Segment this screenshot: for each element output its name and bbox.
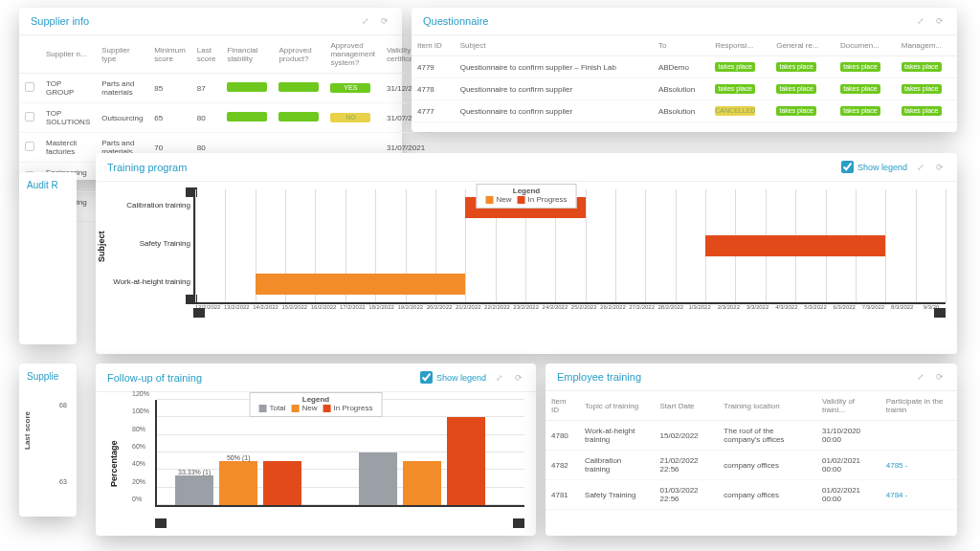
legend-item: In Progress (323, 404, 373, 412)
panel-title: Questionnaire (423, 15, 489, 27)
cell-id: 4779 (412, 56, 455, 78)
show-legend-toggle[interactable]: Show legend (841, 161, 907, 173)
table-row[interactable]: 4780 Work-at-height training 15/02/2022 … (546, 421, 957, 451)
row-checkbox[interactable] (25, 82, 34, 92)
cell-start: 15/02/2022 (655, 421, 719, 451)
table-row[interactable]: 4781 Safety Training 01/03/2022 22:56 co… (546, 480, 957, 510)
table-row[interactable]: 4778 Questionnaire to confirm supplier A… (412, 78, 957, 100)
refresh-icon[interactable]: ⟳ (934, 15, 946, 27)
refresh-icon[interactable]: ⟳ (934, 162, 946, 173)
expand-icon[interactable]: ⤢ (915, 15, 926, 27)
scroll-handle-icon[interactable] (155, 518, 167, 528)
training-program-panel: Training program Show legend ⤢ ⟳ Legend … (96, 153, 957, 354)
column-header[interactable]: Responsi... (709, 35, 770, 56)
x-tick: 27/2/2022 (628, 304, 657, 310)
y-tick: 80% (132, 425, 145, 431)
show-legend-toggle[interactable]: Show legend (420, 371, 486, 384)
chart-legend: Legend NewIn Progress (477, 184, 577, 209)
x-tick: 7/3/2022 (858, 304, 887, 310)
bar[interactable]: 33.33% (1) (175, 475, 213, 505)
y-tick: 63 (59, 478, 67, 485)
employee-training-table: Item IDTopic of trainingStart DateTraini… (546, 391, 957, 510)
bar[interactable] (403, 461, 441, 505)
cell-id: 4777 (412, 100, 455, 122)
y-tick: 60% (132, 443, 145, 450)
status-pill: takes place (902, 84, 942, 94)
column-header[interactable]: Supplier type (96, 35, 148, 74)
scroll-handle-icon[interactable] (934, 308, 946, 318)
cell-validity: 01/02/2021 00:00 (816, 480, 880, 510)
gantt-bar[interactable] (256, 274, 466, 295)
status-pill (227, 82, 267, 92)
expand-icon[interactable]: ⤢ (915, 162, 926, 173)
cell-subject: Questionnaire to confirm supplier – Fini… (455, 56, 653, 78)
column-header[interactable]: Last score (191, 35, 222, 74)
x-tick: 6/3/2022 (830, 304, 858, 310)
table-row[interactable]: TOP SOLUTIONS Outsourcing 65 80 NO 31/07… (19, 103, 432, 133)
column-header[interactable]: Approved product? (273, 35, 324, 74)
status-pill: takes place (776, 106, 816, 116)
column-header[interactable]: Training location (718, 391, 816, 421)
column-header[interactable]: Documen... (835, 35, 896, 56)
bar[interactable] (359, 452, 397, 505)
cell-id: 4781 (546, 480, 579, 510)
questionnaire-table: Item IDSubjectToResponsi...General re...… (412, 35, 957, 122)
cell-participate-link[interactable]: 4785 - (880, 451, 957, 480)
gantt-bar[interactable] (705, 235, 885, 256)
column-header[interactable]: Subject (455, 35, 653, 56)
column-header[interactable]: Financial stability (221, 35, 273, 74)
status-pill: takes place (902, 62, 942, 72)
column-header[interactable]: Item ID (546, 391, 579, 421)
cell-name: TOP SOLUTIONS (40, 103, 96, 133)
column-header[interactable]: Topic of training (579, 391, 654, 421)
column-header[interactable]: Supplier n... (40, 35, 96, 74)
column-header[interactable] (19, 35, 40, 74)
bar[interactable] (447, 417, 485, 505)
column-header[interactable]: Participate in the trainin (880, 391, 957, 421)
panel-title: Employee training (557, 371, 641, 383)
status-pill: takes place (902, 106, 942, 116)
status-pill: CANCELLED (715, 106, 755, 116)
chart-legend: Legend TotalNewIn Progress (250, 392, 383, 417)
refresh-icon[interactable]: ⟳ (513, 372, 524, 384)
x-tick: 15/2/2022 (280, 304, 309, 310)
cell-participate-link[interactable]: 4784 - (880, 480, 957, 510)
scroll-handle-icon[interactable] (513, 518, 524, 528)
cell-topic: Calibration training (579, 451, 654, 480)
legend-title: Legend (483, 187, 570, 195)
column-header[interactable]: Start Date (655, 391, 719, 421)
table-row[interactable]: 4782 Calibration training 21/02/2022 22:… (546, 451, 957, 480)
table-row[interactable]: 4779 Questionnaire to confirm supplier –… (412, 56, 957, 78)
expand-icon[interactable]: ⤢ (360, 15, 371, 27)
bar-data-label: 33.33% (1) (175, 469, 213, 475)
column-header[interactable]: Approved management system? (324, 35, 381, 74)
column-header[interactable]: Validity of traini... (816, 391, 880, 421)
questionnaire-panel: Questionnaire ⤢ ⟳ Item IDSubjectToRespon… (412, 8, 957, 132)
expand-icon[interactable]: ⤢ (494, 372, 505, 384)
column-header[interactable]: Minimum score (148, 35, 190, 74)
column-header[interactable]: General re... (770, 35, 835, 56)
cell-start: 21/02/2022 22:56 (655, 451, 719, 480)
column-header[interactable]: To (653, 35, 709, 56)
refresh-icon[interactable]: ⟳ (379, 15, 390, 27)
row-checkbox[interactable] (25, 142, 34, 151)
cell-participate-link[interactable] (880, 421, 957, 451)
cell-id: 4780 (546, 421, 579, 451)
cell-id: 4782 (546, 451, 579, 480)
expand-icon[interactable]: ⤢ (915, 371, 926, 383)
row-checkbox[interactable] (25, 112, 34, 121)
column-header[interactable]: Item ID (412, 35, 455, 56)
status-pill (278, 112, 319, 121)
legend-item: Total (259, 404, 286, 412)
bar[interactable]: 50% (1) (219, 461, 257, 505)
cell-to: ABsolution (653, 100, 709, 122)
panel-title: Follow-up of training (107, 372, 202, 384)
cell-topic: Safety Training (579, 480, 654, 510)
refresh-icon[interactable]: ⟳ (934, 371, 946, 383)
table-row[interactable]: 4777 Questionnaire to confirm supplier A… (412, 100, 957, 122)
cell-to: ABsolution (653, 78, 709, 100)
table-row[interactable]: TOP GROUP Parts and materials 85 87 YES … (19, 74, 432, 103)
scroll-handle-icon[interactable] (193, 308, 205, 318)
column-header[interactable]: Managem... (896, 35, 957, 56)
bar[interactable] (263, 461, 301, 505)
